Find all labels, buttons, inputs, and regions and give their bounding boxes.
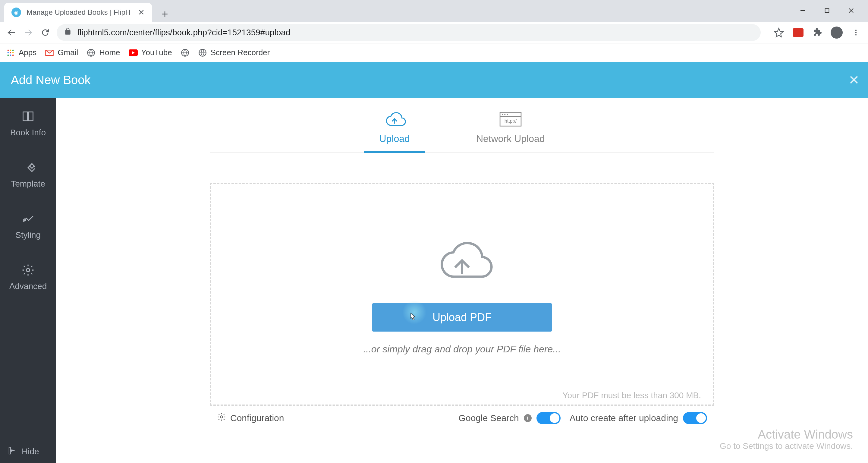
cursor-pointer-icon <box>408 312 417 324</box>
app-header: Add New Book ✕ <box>0 62 868 98</box>
back-button[interactable] <box>6 27 17 38</box>
svg-point-4 <box>855 30 857 31</box>
sidebar-item-book-info[interactable]: Book Info <box>0 98 56 149</box>
svg-point-5 <box>855 32 857 33</box>
watermark-title: Activate Windows <box>720 428 853 441</box>
svg-point-8 <box>10 50 11 51</box>
svg-point-29 <box>502 114 503 115</box>
tab-upload[interactable]: Upload <box>379 110 410 152</box>
svg-point-30 <box>504 114 505 115</box>
svg-point-10 <box>7 52 9 53</box>
svg-point-11 <box>10 52 11 53</box>
browser-tab-strip: ◉ Manage Uploaded Books | FlipH ✕ + <box>0 0 868 22</box>
address-bar: fliphtml5.com/center/flips/book.php?cid=… <box>0 22 868 43</box>
globe-icon <box>181 48 190 57</box>
auto-create-toggle-group: Auto create after uploading <box>569 412 707 424</box>
lock-icon <box>64 27 72 37</box>
main-layout: Book Info Template Styling Advanced Hide <box>0 98 868 463</box>
forward-button[interactable] <box>23 27 34 38</box>
window-controls <box>789 0 865 21</box>
sidebar-item-styling[interactable]: Styling <box>0 200 56 251</box>
minimize-icon[interactable] <box>797 6 809 15</box>
svg-point-7 <box>7 50 9 51</box>
info-icon[interactable]: i <box>524 414 532 422</box>
tab-label: Network Upload <box>476 133 545 144</box>
menu-icon[interactable] <box>850 27 862 38</box>
svg-point-6 <box>855 34 857 35</box>
svg-point-15 <box>12 54 14 56</box>
svg-text:http://: http:// <box>504 118 517 124</box>
google-search-toggle[interactable] <box>536 412 561 424</box>
svg-point-12 <box>12 52 14 53</box>
styling-icon <box>21 212 35 226</box>
drop-hint: ...or simply drag and drop your PDF file… <box>363 344 561 355</box>
button-label: Upload PDF <box>433 311 492 323</box>
google-search-toggle-group: Google Search i <box>459 412 561 424</box>
gear-icon <box>21 263 35 277</box>
gmail-icon <box>45 48 54 57</box>
gear-icon <box>217 412 226 424</box>
tab-title: Manage Uploaded Books | FlipH <box>27 8 133 17</box>
content-area: Upload http:// Network Upload Upload PDF… <box>56 98 868 463</box>
google-search-label: Google Search <box>459 413 519 423</box>
svg-point-14 <box>10 54 11 56</box>
new-tab-button[interactable]: + <box>157 7 173 22</box>
bookmark-label: Screen Recorder <box>211 48 270 57</box>
tab-network-upload[interactable]: http:// Network Upload <box>476 110 545 152</box>
star-icon[interactable] <box>773 27 785 38</box>
bookmarks-bar: Apps Gmail Home YouTube Screen Recorder <box>0 43 868 62</box>
apps-grid-icon <box>6 48 15 57</box>
bookmark-youtube[interactable]: YouTube <box>129 48 172 57</box>
collapse-icon <box>8 446 17 457</box>
bookmark-globe-1[interactable] <box>181 48 190 57</box>
svg-rect-20 <box>23 112 28 121</box>
watermark-subtitle: Go to Settings to activate Windows. <box>720 441 853 451</box>
svg-point-31 <box>507 114 508 115</box>
profile-avatar-icon[interactable] <box>831 27 843 38</box>
reload-button[interactable] <box>40 27 51 38</box>
template-icon <box>21 160 35 175</box>
url-box[interactable]: fliphtml5.com/center/flips/book.php?cid=… <box>57 24 761 41</box>
close-dialog-icon[interactable]: ✕ <box>848 72 860 88</box>
sidebar-label: Template <box>11 179 45 189</box>
extension-red-icon[interactable] <box>792 27 804 38</box>
upload-dropzone[interactable]: Upload PDF ...or simply drag and drop yo… <box>210 183 714 406</box>
sidebar-label: Book Info <box>10 128 46 137</box>
sidebar-item-advanced[interactable]: Advanced <box>0 251 56 303</box>
tab-favicon-icon: ◉ <box>11 7 21 17</box>
bookmark-screen-recorder[interactable]: Screen Recorder <box>198 48 270 57</box>
extensions-icon[interactable] <box>811 27 824 38</box>
browser-window-icon: http:// <box>497 110 524 128</box>
click-ripple-icon <box>402 300 427 325</box>
bookmark-label: Home <box>99 48 120 57</box>
bookmark-apps[interactable]: Apps <box>6 48 36 57</box>
svg-rect-23 <box>30 164 34 168</box>
maximize-icon[interactable] <box>821 6 833 15</box>
auto-create-label: Auto create after uploading <box>569 413 678 423</box>
auto-create-toggle[interactable] <box>683 412 707 424</box>
close-window-icon[interactable] <box>845 6 857 15</box>
cloud-upload-large-icon <box>427 234 497 288</box>
windows-activation-watermark: Activate Windows Go to Settings to activ… <box>720 428 853 451</box>
url-text: fliphtml5.com/center/flips/book.php?cid=… <box>77 28 290 37</box>
upload-tabs: Upload http:// Network Upload <box>210 110 714 153</box>
cloud-upload-icon <box>381 110 408 128</box>
bookmark-gmail[interactable]: Gmail <box>45 48 78 57</box>
browser-tab[interactable]: ◉ Manage Uploaded Books | FlipH ✕ <box>4 3 152 22</box>
close-tab-icon[interactable]: ✕ <box>138 8 145 17</box>
globe-icon <box>87 48 96 57</box>
svg-point-25 <box>27 269 30 272</box>
bookmark-label: Gmail <box>58 48 78 57</box>
bookmark-home[interactable]: Home <box>87 48 120 57</box>
page-title: Add New Book <box>11 73 91 87</box>
sidebar-hide-button[interactable]: Hide <box>0 440 56 463</box>
config-label: Configuration <box>230 413 284 423</box>
configuration-button[interactable]: Configuration <box>217 412 284 424</box>
bookmark-label: YouTube <box>141 48 172 57</box>
sidebar: Book Info Template Styling Advanced Hide <box>0 98 56 463</box>
svg-point-9 <box>12 50 14 51</box>
globe-icon <box>198 48 207 57</box>
youtube-icon <box>129 48 138 57</box>
sidebar-item-template[interactable]: Template <box>0 149 56 200</box>
upload-pdf-button[interactable]: Upload PDF <box>372 303 552 332</box>
